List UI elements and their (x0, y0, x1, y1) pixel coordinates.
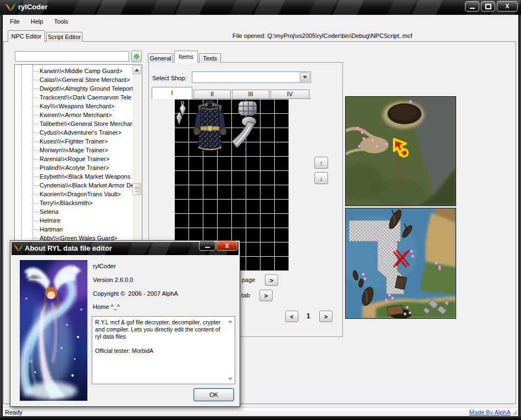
desc-scroll-up-icon[interactable] (228, 320, 232, 323)
npc-name-label: Kay\\\<Weapons Merchant> (40, 103, 114, 109)
npc-tree-item[interactable]: Helmire (15, 216, 132, 225)
npc-tree-item[interactable]: Pralind\\<Acolyte Trainer> (15, 163, 132, 172)
npc-tree-item[interactable]: Cydus\\<Adventurer's Trainer> (15, 128, 132, 137)
shop-tab-IV[interactable]: IV (270, 90, 309, 99)
tab-npc-editor[interactable]: NPC Editor (8, 30, 45, 42)
tree-branch-line (32, 115, 38, 115)
desc-scroll-down-icon[interactable] (228, 378, 232, 380)
about-minimize-button[interactable] (199, 241, 215, 251)
world-map-top[interactable] (345, 96, 456, 206)
about-home-link[interactable]: Home ^_^ (93, 303, 120, 310)
menu-help[interactable]: Help (25, 16, 49, 26)
tree-branch-line (32, 141, 38, 142)
ok-button-label: OK (209, 391, 218, 398)
window-title: rylCoder (18, 3, 47, 11)
npc-tree-item[interactable]: Rarenia\\<Rogue Trainer> (15, 154, 132, 163)
menu-file[interactable]: File (4, 16, 25, 26)
tab-items[interactable]: Items (174, 51, 198, 63)
npc-tree-item[interactable]: Kaorien\\<DragonTrans Vault> (15, 190, 132, 198)
about-version: Version 2.6.0.0 (93, 277, 133, 283)
dropdown-arrow-icon (303, 76, 307, 79)
scroll-thumb[interactable] (132, 183, 141, 195)
tab-texts[interactable]: Texts (199, 53, 221, 63)
npc-tree-item[interactable]: Karwin\\<Middle Camp Guard> (15, 67, 132, 75)
minimize-icon (470, 8, 475, 9)
ok-button[interactable]: OK (193, 388, 234, 401)
npc-tree-item[interactable]: Terry\\<Blacksmith> (15, 198, 132, 207)
about-description-text: R.Y.L mcf & gsf file decrypter, decompil… (92, 317, 235, 340)
npc-tree-item[interactable]: Trackcent\\<Dark Caernarvon Tele (15, 93, 132, 102)
tree-branch-line (32, 159, 38, 159)
npc-tree-item[interactable]: Esybeth\\<Black Market Weapons I (15, 172, 132, 181)
npc-tree-item[interactable]: Calas\\<General Store Merchant> (15, 75, 132, 84)
tree-branch-line (32, 176, 38, 177)
npc-name-label: Kuses\\\<Fighter Trainer> (40, 138, 108, 145)
tree-branch-line (32, 124, 38, 124)
npc-tree-item[interactable]: Talibethe\\<General Store Merchan (15, 119, 132, 128)
move-up-button[interactable]: ↑ (314, 157, 328, 169)
shop-tab-III[interactable]: III (232, 90, 269, 99)
close-button[interactable]: X (497, 1, 518, 12)
item-armguard[interactable] (231, 101, 259, 149)
prev-icon: < (290, 313, 293, 320)
shop-tab-I[interactable]: I (152, 87, 192, 99)
world-map-bottom[interactable] (345, 208, 456, 319)
tree-branch-line (32, 212, 38, 212)
about-app-name: rylCoder (93, 263, 116, 269)
resize-grip[interactable] (513, 411, 517, 415)
npc-tree-item[interactable]: Dwigot\\<Almighty Ground Teleport (15, 84, 132, 93)
next-icon: > (324, 313, 328, 320)
title-bar[interactable]: rylCoder X (0, 0, 521, 15)
maximize-button[interactable] (481, 1, 495, 12)
prev-page-button[interactable]: < (285, 311, 298, 322)
about-logo-icon (14, 244, 23, 253)
npc-name-label: Hartman (40, 226, 63, 233)
scroll-up-icon (135, 69, 139, 71)
tree-branch-line (32, 71, 38, 71)
select-shop-label: Select Shop: (152, 75, 186, 81)
npc-tree-item[interactable]: Kwiren\\<Armor Merchant> (15, 110, 132, 119)
search-input[interactable] (15, 51, 129, 62)
shop-combobox[interactable] (192, 71, 311, 83)
page-number: 1 (303, 311, 314, 322)
npc-name-label: Kwiren\\<Armor Merchant> (40, 112, 112, 118)
about-close-button[interactable]: X (217, 241, 237, 251)
npc-tree-item[interactable]: Selena (15, 207, 132, 216)
maximize-icon (485, 4, 491, 9)
move-down-button[interactable]: ↓ (314, 172, 328, 184)
about-dialog: About RYL data file editor X (10, 240, 240, 407)
next-button[interactable]: > (319, 311, 332, 322)
tree-branch-line (32, 238, 38, 239)
item-pendant[interactable] (175, 101, 189, 126)
menu-bar: FileHelpTools (3, 15, 518, 27)
npc-tree-item[interactable]: Kay\\\<Weapons Merchant> (15, 102, 132, 110)
npc-name-label: Calas\\<General Store Merchant> (40, 76, 130, 83)
about-dialog-title: About RYL data file editor (25, 244, 112, 252)
npc-tree-item[interactable]: Cyndenia\\<Black Market Armor De (15, 181, 132, 190)
item-armor[interactable] (189, 100, 231, 153)
scroll-up-button[interactable] (132, 65, 141, 74)
npc-name-label: Dwigot\\<Almighty Ground Teleport (40, 85, 132, 92)
npc-name-label: Cyndenia\\<Black Market Armor De (40, 182, 132, 189)
next-page-button[interactable]: > (265, 274, 278, 286)
npc-tree-item[interactable]: Kuses\\\<Fighter Trainer> (15, 137, 132, 146)
npc-name-label: Selena (40, 208, 58, 215)
minimize-button[interactable] (465, 1, 479, 12)
npc-tree-item[interactable]: Moriwyn\\<Mage Trainer> (15, 146, 132, 154)
npc-name-label: Helmire (40, 217, 60, 224)
shop-tab-II[interactable]: II (193, 90, 231, 99)
credit-link[interactable]: Made By AlphA (469, 409, 511, 416)
next-tab-button[interactable]: > (259, 290, 273, 301)
npc-name-label: Pralind\\<Acolyte Trainer> (40, 164, 109, 171)
tree-branch-line (32, 80, 38, 80)
about-description-box[interactable]: R.Y.L mcf & gsf file decrypter, decompil… (92, 316, 235, 384)
tab-script-editor[interactable]: Script Editor (46, 32, 82, 42)
npc-name-label: Karwin\\<Middle Camp Guard> (40, 68, 123, 74)
menu-tools[interactable]: Tools (48, 16, 74, 26)
tab-general[interactable]: General (148, 53, 173, 63)
tree-branch-line (32, 229, 38, 230)
tree-branch-line (32, 168, 38, 168)
search-button[interactable] (131, 51, 142, 62)
shop-dropdown-button[interactable] (300, 73, 310, 82)
npc-tree-item[interactable]: Hartman (15, 225, 132, 234)
